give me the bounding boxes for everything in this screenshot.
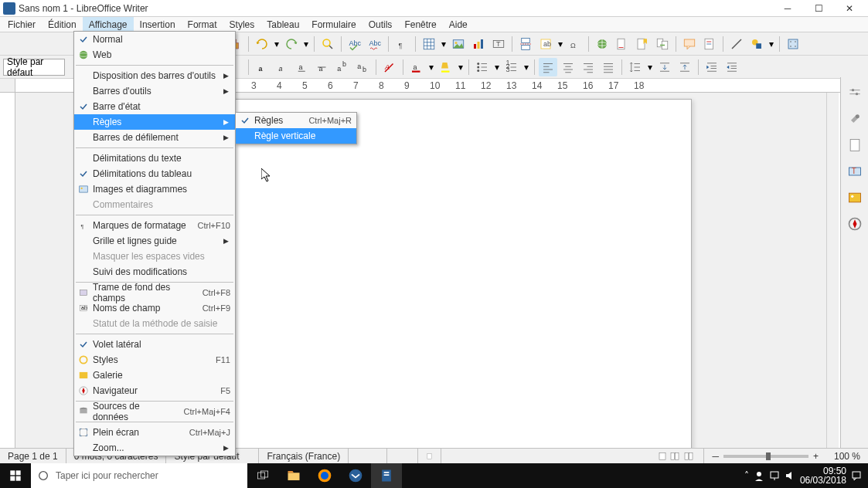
tray-chevron-icon[interactable]: ˄ [744,470,749,481]
menu-edition[interactable]: Édition [42,17,83,32]
insert-image-button[interactable] [449,35,468,53]
submenu-item-r-gle-verticale[interactable]: Règle verticale [236,128,356,144]
bold-button[interactable]: a [253,58,271,76]
subscript-button[interactable]: ab [353,58,372,76]
taskbar-search[interactable]: Taper ici pour rechercher [31,463,247,488]
taskbar-writer[interactable] [371,463,402,488]
hyperlink-button[interactable] [593,35,611,53]
font-color-dropdown[interactable]: ▾ [427,62,435,73]
shapes-dropdown[interactable]: ▾ [768,39,775,49]
submenu-item-r-gles[interactable]: RèglesCtrl+Maj+R [236,113,356,128]
cross-ref-button[interactable] [653,35,672,53]
menu-item-images-et-diagrammes[interactable]: Images et diagrammes [74,181,235,197]
system-tray[interactable]: ˄ 09:50 06/03/2018 [744,466,868,485]
redo-dropdown[interactable]: ▾ [302,39,310,49]
minimize-button[interactable]: ─ [772,0,803,17]
tray-network-icon[interactable] [769,470,780,481]
status-selection-mode[interactable] [387,449,418,463]
menu-item-barres-de-d-filement[interactable]: Barres de défilement▶ [74,130,235,145]
menu-insertion[interactable]: Insertion [134,17,182,32]
insert-field-button[interactable]: ab [536,35,555,53]
tray-people-icon[interactable] [754,470,764,481]
para-space-decrease-button[interactable] [676,58,694,76]
para-space-increase-button[interactable] [655,58,674,76]
spellcheck-button[interactable]: Abc [345,35,364,53]
page-break-button[interactable] [516,35,535,53]
menu-item-grille-et-lignes-guide[interactable]: Grille et lignes guide▶ [74,233,235,249]
vertical-scrollbar[interactable] [826,93,839,463]
status-language[interactable]: Français (France) [259,449,349,463]
menu-formulaire[interactable]: Formulaire [305,17,362,32]
insert-textbox-button[interactable]: T [489,35,508,53]
menu-item-noms-de-champ[interactable]: abNoms de champCtrl+F9 [74,300,235,316]
status-insert-mode[interactable] [349,449,387,463]
align-right-button[interactable] [579,58,597,76]
menu-item-volet-lat-ral[interactable]: Volet latéral [74,337,235,352]
bullet-list-button[interactable] [473,58,492,76]
menu-item-navigateur[interactable]: NavigateurF5 [74,383,235,398]
font-color-button[interactable]: a [407,58,426,76]
line-button[interactable] [727,35,746,53]
line-spacing-button[interactable] [626,58,645,76]
menu-item-barres-d-outils[interactable]: Barres d'outils▶ [74,83,235,99]
taskbar-firefox[interactable] [309,463,340,488]
line-spacing-dropdown[interactable]: ▾ [646,62,654,73]
autospell-button[interactable]: Abc [366,35,384,53]
field-dropdown[interactable]: ▾ [557,39,564,49]
close-button[interactable]: ✕ [834,0,865,17]
menu-item-r-gles[interactable]: Règles▶ [74,114,235,130]
sidebar-page-icon[interactable] [844,134,866,156]
number-list-button[interactable]: 123 [502,58,521,76]
align-justify-button[interactable] [599,58,618,76]
status-zoom-slider[interactable]: ─+ [704,449,826,463]
menu-item-web[interactable]: Web [74,47,235,63]
start-button[interactable] [0,463,31,488]
paragraph-style-select[interactable]: Style par défaut [3,59,65,76]
strikethrough-button[interactable]: a [313,58,332,76]
status-signature[interactable] [418,449,441,463]
menu-fichier[interactable]: Fichier [2,17,42,32]
taskview-button[interactable] [247,463,278,488]
italic-button[interactable]: a [273,58,291,76]
decrease-indent-button[interactable] [723,58,741,76]
sidebar-settings-icon[interactable] [844,82,866,103]
sidebar-styles-icon[interactable]: T [844,161,866,182]
sidebar-gallery-icon[interactable] [844,187,866,208]
status-view-layout[interactable] [649,449,704,463]
shapes-button[interactable] [747,35,766,53]
menu-item-zoom-[interactable]: Zoom...▶ [74,440,235,456]
menu-item-marques-de-formatage[interactable]: ¶Marques de formatageCtrl+F10 [74,218,235,233]
underline-button[interactable]: a [293,58,311,76]
menu-outils[interactable]: Outils [363,17,399,32]
footnote-button[interactable] [613,35,631,53]
taskbar-explorer[interactable] [278,463,309,488]
status-zoom-value[interactable]: 100 % [826,449,868,463]
draw-functions-button[interactable] [784,35,802,53]
insert-chart-button[interactable] [469,35,488,53]
superscript-button[interactable]: ab [333,58,352,76]
taskbar-thunderbird[interactable] [340,463,371,488]
clear-format-button[interactable]: A [380,58,399,76]
undo-dropdown[interactable]: ▾ [273,39,281,49]
number-dropdown[interactable]: ▾ [523,62,530,73]
menu-item-normal[interactable]: Normal [74,32,235,47]
sidebar-properties-icon[interactable] [844,108,866,130]
undo-button[interactable] [253,35,271,53]
align-center-button[interactable] [559,58,577,76]
track-changes-button[interactable] [700,35,719,53]
highlight-dropdown[interactable]: ▾ [457,62,465,73]
maximize-button[interactable]: ☐ [803,0,834,17]
align-left-button[interactable] [539,58,557,76]
bullet-dropdown[interactable]: ▾ [493,62,501,73]
menu-affichage[interactable]: Affichage [83,17,134,32]
menu-item-styles[interactable]: StylesF11 [74,352,235,368]
redo-button[interactable] [282,35,301,53]
menu-fenetre[interactable]: Fenêtre [398,17,442,32]
sidebar-navigator-icon[interactable] [844,213,866,235]
special-char-button[interactable]: Ω [566,35,584,53]
bookmark-button[interactable] [633,35,652,53]
menu-item-sources-de-donn-es[interactable]: Sources de donnéesCtrl+Maj+F4 [74,404,235,419]
menu-item-d-limitations-du-tableau[interactable]: Délimitations du tableau [74,166,235,181]
vertical-ruler[interactable] [0,93,15,463]
menu-item-suivi-des-modifications[interactable]: Suivi des modifications [74,264,235,280]
